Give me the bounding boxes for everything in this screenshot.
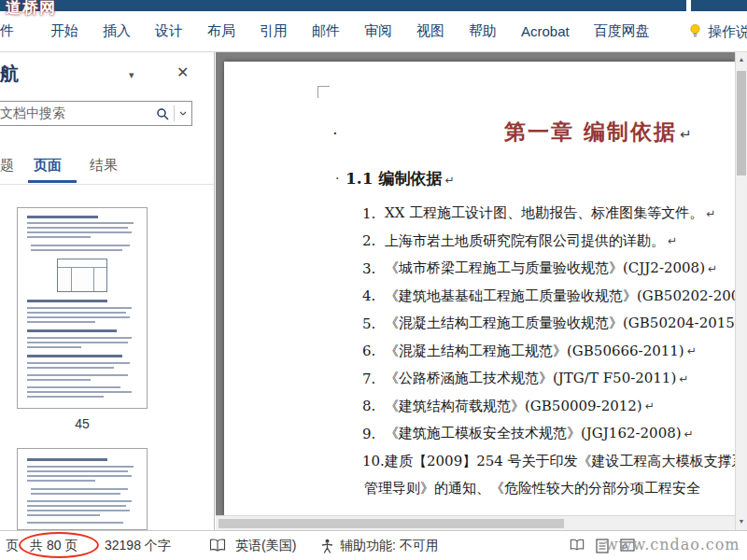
list-item-number: 4. [362,287,385,304]
list-item: 2. 上海市岩土地质研究院有限公司提供的详勘。 ↵ [362,228,735,256]
document-search-input[interactable]: 在文档中搜索 [0,101,192,126]
list-item: 3. 《城市桥梁工程施工与质量验收规范》(CJJ2-2008) ↵ [362,255,735,283]
ribbon-tab-view[interactable]: 视图 [404,11,457,52]
window-title-bar [0,0,747,11]
list-item-text: 管理导则》的通知、《危险性较大的分部分项工程安全 [364,480,700,497]
paragraph-mark: ↵ [708,262,717,275]
ribbon-tab-insert[interactable]: 插入 [91,11,143,52]
reference-list: 1. XX 工程施工设计图、地勘报告、标准图集等文件。 ↵ 2. 上海市岩土地质… [362,200,735,503]
title-bar-divider [686,0,691,11]
close-icon[interactable]: ✕ [176,63,189,81]
status-word-count[interactable]: 32198 个字 [105,538,171,554]
list-item: 1. XX 工程施工设计图、地勘报告、标准图集等文件。 ↵ [362,200,735,228]
read-mode-icon[interactable] [570,539,585,552]
list-item: 7. 《公路桥涵施工技术规范》(JTG/T F50-2011) ↵ [362,365,735,393]
margin-crop-mark [317,86,330,98]
list-item-number: 10. [362,453,385,469]
paragraph-mark: ↵ [679,372,688,385]
ribbon-tab-bar: 文件 开始 插入 设计 布局 引用 邮件 审阅 视图 帮助 Acrobat 百度… [0,11,747,52]
list-item-number: 9. [362,426,385,442]
document-canvas: · 第一章 编制依据↵ · 1.1 编制依据↵ 1. XX 工程施工设计图、地勘… [216,52,735,530]
horizontal-scrollbar-thumb[interactable] [218,519,564,528]
search-options-chevron-icon[interactable] [179,111,187,116]
paragraph-mark: ↵ [684,427,694,441]
list-item-text: 《建筑施工模板安全技术规范》(JGJ162-2008) [385,425,682,442]
ribbon-tab-review[interactable]: 审阅 [352,11,404,52]
list-item-number: 3. [362,260,385,277]
list-item-text: 《公路桥涵施工技术规范》(JTG/T F50-2011) [385,370,676,387]
status-accessibility[interactable]: 辅助功能: 不可用 [340,538,439,554]
list-item-text: 建质【2009】254 号关于印发《建设工程高大模板支撑系 [385,453,735,470]
list-item: 10. 建质【2009】254 号关于印发《建设工程高大模板支撑系 [362,448,735,476]
ribbon-tab-layout[interactable]: 布局 [195,11,247,52]
paragraph-mark: ↵ [687,344,697,357]
site-watermark-top: 道桥网 [6,0,56,19]
list-item-text: 《建筑结构荷载规范》(GB50009-2012) [385,398,642,415]
status-bar: 页 共 80 页 32198 个字 英语(美国) 辅助功能: 不可用 www.c… [0,530,747,560]
search-placeholder: 在文档中搜索 [0,105,156,122]
list-item: 4. 《建筑地基基础工程施工质量验收规范》(GB50202-2002) ↵ [362,283,735,311]
ribbon-tab-references[interactable]: 引用 [247,11,300,52]
active-tab-underline [28,180,77,183]
accessibility-person-icon [321,539,333,553]
list-item-number: 1. [362,205,385,222]
list-item: 9. 《建筑施工模板安全技术规范》(JGJ162-2008) ↵ [362,420,735,448]
section-heading: 1.1 编制依据↵ [345,168,455,189]
navigation-tabs: 标题 页面 结果 [0,149,215,185]
paragraph-mark: ↵ [645,399,655,413]
tell-me-search[interactable]: 操作说明搜索 [688,11,747,52]
scroll-up-arrow[interactable]: ▲ [736,56,747,63]
ribbon-tab-mailings[interactable]: 邮件 [300,11,352,52]
lightbulb-icon [688,23,702,41]
list-item-text: 《混凝土结构工程施工规范》(GB50666-2011) [385,343,684,360]
vertical-scrollbar-thumb[interactable] [737,71,746,175]
list-item-number: 6. [362,343,385,359]
paragraph-mark: ↵ [445,174,455,187]
page-thumbnail-next[interactable] [17,448,148,530]
nav-tab-results[interactable]: 结果 [90,157,118,175]
thumbnail-page-number: 45 [17,416,148,431]
scroll-down-arrow[interactable]: ▼ [736,518,747,525]
search-icon[interactable] [156,107,169,120]
horizontal-scrollbar[interactable] [216,515,735,530]
list-item-text: 上海市岩土地质研究院有限公司提供的详勘。 [385,232,665,250]
site-watermark-bottom: www.cndao.com [605,536,740,553]
list-item-text: 《建筑地基基础工程施工质量验收规范》(GB50202-2002) [385,287,735,305]
chevron-down-icon[interactable]: ▾ [129,69,134,81]
navigation-pane: 导航 ▾ ✕ 在文档中搜索 标题 页面 结果 [0,52,215,530]
ribbon-tab-baidu-netdisk[interactable]: 百度网盘 [582,11,662,52]
list-item-text: 《混凝土结构工程施工质量验收规范》(GB50204-2015) [385,315,735,332]
nav-separator [0,184,215,185]
status-page-fragment[interactable]: 页 [6,538,19,554]
tell-me-label: 操作说明搜索 [708,23,747,41]
proofing-book-icon[interactable] [209,539,226,553]
list-item: 6. 《混凝土结构工程施工规范》(GB50666-2011) ↵ [362,338,735,366]
chapter-heading: 第一章 编制依据↵ [504,118,692,147]
ribbon-tab-help[interactable]: 帮助 [457,11,509,52]
list-item-wrap-line: 管理导则》的通知、《危险性较大的分部分项工程安全 [362,475,735,503]
paragraph-mark: ↵ [668,234,677,247]
page-count-annotation [19,532,99,558]
list-item: 8. 《建筑结构荷载规范》(GB50009-2012) ↵ [362,393,735,421]
nav-tab-pages[interactable]: 页面 [34,157,62,175]
heading-bullet: · [332,123,338,143]
list-item-number: 7. [362,371,385,387]
list-item-number: 5. [362,315,385,332]
paragraph-mark: ↵ [680,126,692,143]
nav-tab-headings[interactable]: 标题 [0,157,14,175]
ribbon-tab-acrobat[interactable]: Acrobat [509,11,582,52]
document-page[interactable]: · 第一章 编制依据↵ · 1.1 编制依据↵ 1. XX 工程施工设计图、地勘… [224,62,735,515]
list-item-number: 8. [362,398,385,414]
status-language[interactable]: 英语(美国) [235,538,296,554]
navigation-pane-title: 导航 [0,62,19,87]
page-thumbnail-45[interactable] [17,207,148,409]
list-item-number: 2. [362,232,385,249]
list-item: 5. 《混凝土结构工程施工质量验收规范》(GB50204-2015) ↵ [362,310,735,338]
list-item-text: 《城市桥梁工程施工与质量验收规范》(CJJ2-2008) [385,259,705,277]
search-divider [174,105,175,121]
list-item-text: XX 工程施工设计图、地勘报告、标准图集等文件。 [385,204,703,222]
vertical-scrollbar[interactable]: ▲ ▼ [735,52,747,530]
heading-bullet: · [335,171,339,186]
ribbon-tab-design[interactable]: 设计 [143,11,195,52]
paragraph-mark: ↵ [706,207,715,220]
